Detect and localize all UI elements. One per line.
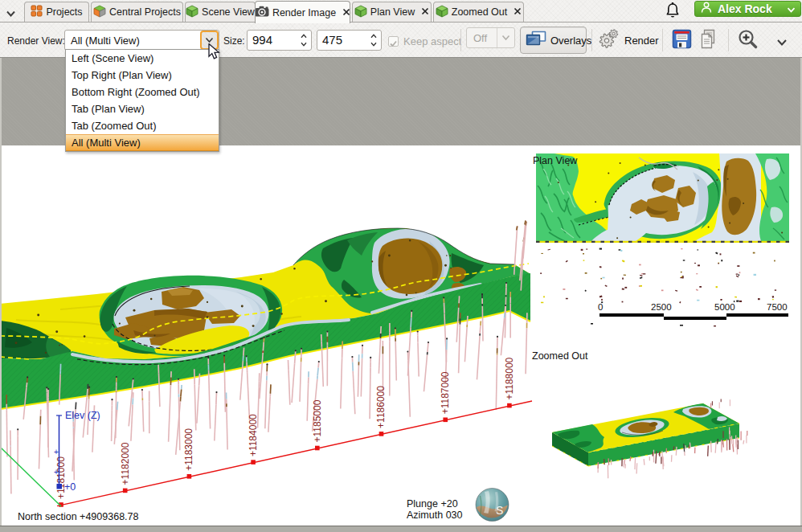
tab-projects[interactable]: Projects — [24, 2, 89, 22]
dropdown-item[interactable]: All (Multi View) — [66, 134, 219, 151]
close-tab-icon[interactable] — [514, 6, 522, 18]
tab-overflow-chevron-icon[interactable] — [6, 7, 16, 22]
scene-cube-icon — [436, 5, 448, 20]
render-view-value: All (Multi View) — [71, 35, 140, 47]
keep-aspect-label: Keep aspect — [403, 35, 461, 47]
mouse-cursor — [208, 43, 223, 64]
render-canvas[interactable] — [2, 145, 800, 526]
overlays-label: Overlays — [550, 35, 591, 47]
keep-aspect-checkbox[interactable] — [388, 36, 399, 47]
close-tab-icon[interactable] — [421, 6, 429, 18]
height-value: 475 — [322, 33, 342, 47]
height-input[interactable]: 475 — [317, 30, 382, 51]
off-combo: Off — [466, 27, 515, 48]
tab-bar: Projects Central Projects Scene View — [0, 0, 802, 23]
notifications-bell-icon[interactable] — [665, 2, 681, 23]
user-menu-button[interactable]: Alex Rock — [694, 1, 801, 17]
width-spinner[interactable] — [300, 34, 308, 47]
render-view-dropdown-list: Left (Scene View)Top Right (Plan View)Bo… — [65, 49, 219, 152]
tab-central-projects[interactable]: Central Projects — [91, 2, 183, 22]
tab-render-image[interactable]: Render Image — [255, 1, 350, 23]
tab-zoomed-out[interactable]: Zoomed Out — [433, 2, 524, 22]
dropdown-item[interactable]: Bottom Right (Zoomed Out) — [66, 84, 219, 100]
tab-label: Render Image — [272, 7, 336, 18]
dropdown-item[interactable]: Top Right (Plan View) — [66, 67, 219, 84]
user-menu-chevron-icon — [787, 2, 796, 16]
camera-icon — [255, 6, 269, 19]
tab-label: Zoomed Out — [452, 6, 507, 18]
overlays-toggle-button[interactable]: Overlays — [520, 27, 587, 54]
tab-label: Plan View — [370, 6, 415, 18]
tab-label: Central Projects — [109, 6, 181, 18]
projects-grid-icon — [31, 5, 43, 19]
height-spinner[interactable] — [370, 34, 378, 47]
user-name: Alex Rock — [718, 2, 782, 15]
render-view-label: Render View: — [7, 35, 65, 47]
render-button[interactable]: Render — [598, 27, 659, 54]
width-input[interactable]: 994 — [247, 30, 312, 51]
save-image-button[interactable] — [672, 29, 692, 52]
close-tab-icon[interactable] — [342, 7, 350, 18]
dropdown-item[interactable]: Tab (Plan View) — [66, 100, 219, 117]
tab-label: Projects — [46, 6, 82, 18]
overlays-icon — [526, 31, 546, 51]
tab-plan-view[interactable]: Plan View — [352, 2, 432, 22]
off-combo-arrow — [497, 28, 514, 47]
dropdown-item[interactable]: Tab (Zoomed Out) — [66, 117, 219, 134]
toolbar-more-chevron-icon[interactable] — [776, 35, 788, 50]
width-value: 994 — [252, 33, 272, 47]
scene-cube-icon — [186, 5, 198, 20]
tab-label: Scene View — [202, 6, 255, 18]
dropdown-item[interactable]: Left (Scene View) — [66, 50, 219, 67]
user-icon — [700, 1, 713, 17]
render-label: Render — [624, 35, 659, 47]
tab-scene-view[interactable]: Scene View — [185, 2, 256, 22]
status-bar — [0, 526, 802, 532]
size-label: Size: — [223, 35, 245, 47]
scene-cube-icon — [354, 5, 367, 20]
central-cube-icon — [93, 5, 106, 20]
render-gear-icon — [598, 28, 620, 52]
zoom-button[interactable] — [737, 28, 759, 54]
off-value: Off — [473, 32, 487, 44]
render-view-combo[interactable]: All (Multi View) — [64, 30, 219, 51]
copy-image-button[interactable] — [698, 29, 719, 53]
